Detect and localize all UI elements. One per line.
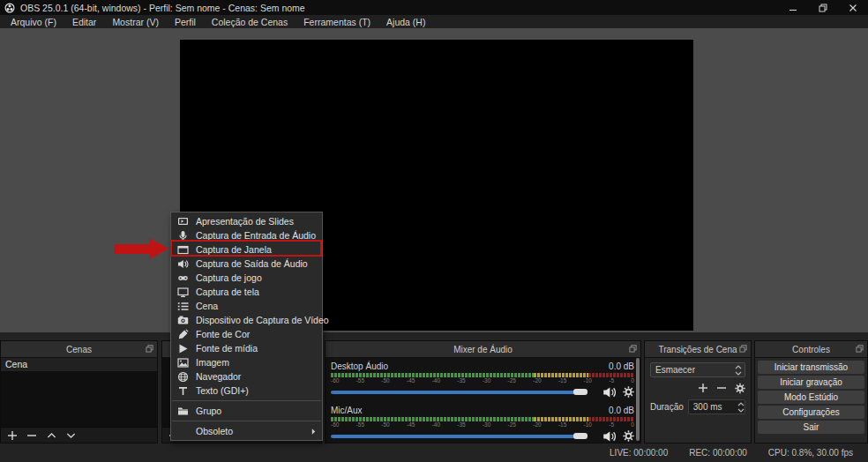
remove-transition-button[interactable]: [716, 383, 727, 393]
image-icon: [177, 357, 189, 369]
scale-tick-label: -35: [457, 421, 465, 428]
dock-float-icon[interactable]: [146, 345, 153, 353]
selected-transition: Esmaecer: [655, 365, 735, 375]
window-controls: [778, 0, 868, 15]
spinner-arrows-icon[interactable]: [737, 401, 745, 414]
menubar-item[interactable]: Ajuda (H): [378, 17, 433, 27]
gear-icon[interactable]: [623, 430, 634, 442]
scenes-toolbar: [1, 427, 157, 443]
scale-tick-label: -25: [508, 377, 516, 384]
scale-tick-label: -40: [432, 377, 440, 384]
pointer-arrow-head: [149, 238, 168, 259]
scale-tick-label: -15: [558, 377, 566, 384]
minus-icon[interactable]: [26, 430, 37, 441]
menubar-item[interactable]: Editar: [64, 17, 104, 27]
transitions-panel-title: Transições de Cena: [658, 345, 737, 354]
mixer-channels: Desktop Áudio 0.0 dB -60-55-50-45-40-35-…: [326, 358, 640, 449]
spinner-arrows-icon: [735, 364, 742, 376]
slideshow-icon: [177, 216, 189, 227]
channel-level: 0.0 dB: [609, 361, 634, 371]
mixer-channel: Desktop Áudio 0.0 dB -60-55-50-45-40-35-…: [331, 361, 634, 399]
highlight-rectangle: [170, 240, 322, 257]
scale-tick-label: -20: [533, 377, 541, 384]
scale-tick-label: -5: [609, 377, 614, 384]
transition-select[interactable]: Esmaecer: [650, 362, 745, 377]
menubar-item[interactable]: Arquivo (F): [3, 17, 64, 27]
status-bar: LIVE: 00:00:00 REC: 00:00:00 CPU: 0.8%, …: [0, 443, 868, 462]
channel-name: Mic/Aux: [331, 406, 363, 415]
chevron-up-icon[interactable]: [46, 430, 56, 441]
volume-slider[interactable]: [331, 433, 596, 440]
scene-transitions-panel: Transições de Cena Esmaecer Duração 300 …: [644, 340, 752, 443]
context-menu-item[interactable]: Cena: [171, 299, 322, 313]
control-button[interactable]: Iniciar transmissão: [758, 361, 864, 374]
mixer-scrollbar[interactable]: [636, 358, 640, 441]
context-menu-item[interactable]: Texto (GDI+): [171, 384, 322, 398]
duration-spinbox[interactable]: 300 ms: [688, 399, 745, 414]
volume-slider-fill: [331, 435, 586, 438]
context-menu-item[interactable]: Grupo: [171, 404, 322, 418]
dock-float-icon[interactable]: [739, 345, 747, 353]
scale-tick-label: -20: [533, 421, 541, 428]
video-camera-icon: [177, 315, 189, 326]
menubar-item[interactable]: Ferramentas (T): [296, 17, 378, 27]
duration-label: Duração: [650, 402, 684, 412]
scale-tick-label: -50: [381, 421, 389, 428]
control-button[interactable]: Iniciar gravação: [758, 376, 864, 389]
meter-scale: -60-55-50-45-40-35-30-25-20-15-10-50: [331, 377, 634, 384]
context-menu-item[interactable]: Dispositivo de Captura de Vídeo: [171, 313, 322, 327]
context-menu-item[interactable]: Obsoleto: [171, 424, 322, 438]
control-button[interactable]: Sair: [758, 421, 864, 434]
context-menu-item[interactable]: Imagem: [171, 355, 322, 369]
scale-tick-label: 0: [631, 377, 634, 384]
dock-float-icon[interactable]: [629, 345, 637, 353]
plus-icon[interactable]: [7, 430, 18, 441]
volume-slider-handle[interactable]: [573, 389, 587, 395]
context-menu-item[interactable]: Fonte de mídia: [171, 341, 322, 355]
restore-icon[interactable]: [808, 0, 838, 15]
speaker-mute-icon[interactable]: [602, 385, 617, 399]
scale-tick-label: -55: [356, 377, 364, 384]
context-menu-item[interactable]: Fonte de Cor: [171, 327, 322, 341]
controls-panel-title: Controles: [792, 345, 830, 354]
scenes-panel-title: Cenas: [66, 345, 92, 354]
speaker-mute-icon[interactable]: [602, 429, 617, 443]
control-button[interactable]: Configurações: [758, 406, 864, 419]
scale-tick-label: -45: [407, 421, 415, 428]
control-button[interactable]: Modo Estúdio: [758, 391, 864, 404]
transition-properties-button[interactable]: [735, 383, 745, 393]
controls-panel: Controles Iniciar transmissãoIniciar gra…: [754, 340, 868, 443]
context-menu-item[interactable]: Captura de jogo: [171, 271, 322, 285]
gear-icon[interactable]: [623, 386, 634, 398]
scale-tick-label: -55: [356, 421, 364, 428]
context-menu-item[interactable]: Captura de Saída de Áudio: [171, 257, 322, 271]
minimize-icon[interactable]: [778, 0, 808, 15]
volume-slider[interactable]: [331, 389, 596, 396]
chevron-down-icon[interactable]: [65, 430, 76, 441]
menubar-item[interactable]: Coleção de Cenas: [204, 17, 296, 27]
channel-level: 0.0 dB: [609, 406, 634, 415]
close-icon[interactable]: [838, 0, 868, 15]
scale-tick-label: -45: [407, 377, 415, 384]
menubar-item[interactable]: Perfil: [167, 17, 204, 27]
volume-slider-fill: [331, 391, 586, 394]
context-menu-item[interactable]: Captura de tela: [171, 285, 322, 299]
dock-float-icon[interactable]: [856, 345, 864, 353]
media-play-icon: [177, 343, 189, 354]
scenes-panel: Cenas Cena: [0, 340, 158, 443]
pointer-arrow: [114, 244, 149, 254]
menubar-item[interactable]: Mostrar (V): [104, 17, 167, 27]
scale-tick-label: -30: [483, 421, 490, 428]
context-menu-item[interactable]: Apresentação de Slides: [171, 214, 322, 228]
channel-name: Desktop Áudio: [331, 361, 388, 371]
speaker-icon: [177, 258, 189, 270]
mixer-channel: Mic/Aux 0.0 dB -60-55-50-45-40-35-30-25-…: [331, 405, 634, 443]
scale-tick-label: -30: [483, 377, 490, 384]
context-menu-item[interactable]: Navegador: [171, 369, 322, 384]
volume-slider-handle[interactable]: [573, 433, 587, 439]
menu-separator: [172, 400, 321, 401]
add-transition-button[interactable]: [698, 383, 708, 393]
menu-separator: [172, 421, 321, 421]
scale-tick-label: -25: [508, 421, 516, 428]
scene-list-item[interactable]: Cena: [1, 358, 157, 371]
